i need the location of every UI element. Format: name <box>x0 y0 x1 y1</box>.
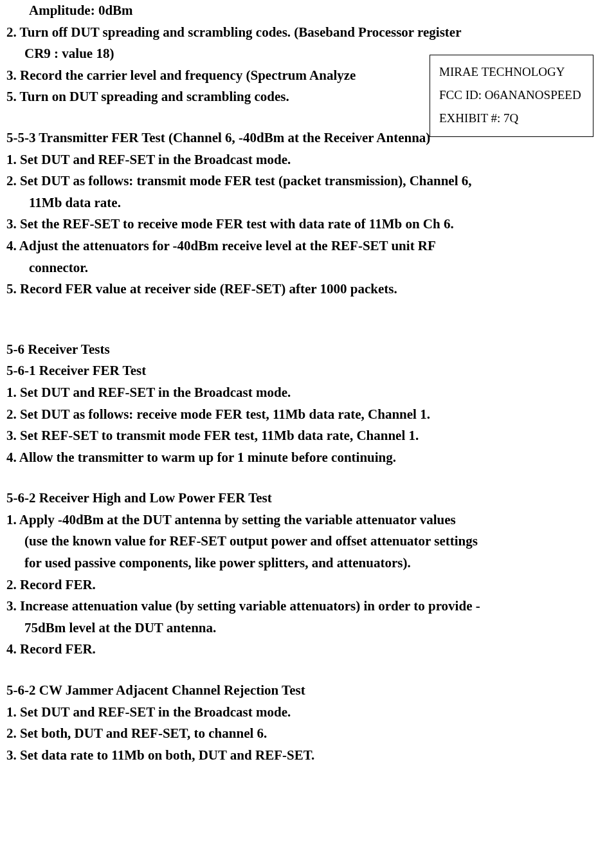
s553-item-4a: 4. Adjust the attenuators for -40dBm rec… <box>6 235 610 257</box>
s562b-item-2: 2. Set both, DUT and REF-SET, to channel… <box>6 723 610 745</box>
s561-item-2: 2. Set DUT as follows: receive mode FER … <box>6 404 610 426</box>
s562a-item-1c: for used passive components, like power … <box>6 552 610 574</box>
info-line-1: MIRAE TECHNOLOGY <box>439 60 584 84</box>
s553-item-2a: 2. Set DUT as follows: transmit mode FER… <box>6 170 610 192</box>
s553-item-1: 1. Set DUT and REF-SET in the Broadcast … <box>6 149 610 171</box>
s561-item-1: 1. Set DUT and REF-SET in the Broadcast … <box>6 382 610 404</box>
heading-5-6-1: 5-6-1 Receiver FER Test <box>6 360 610 382</box>
s553-item-2b: 11Mb data rate. <box>6 192 610 214</box>
s562a-item-4: 4. Record FER. <box>6 639 610 661</box>
top-item-2a: 2. Turn off DUT spreading and scrambling… <box>6 22 610 44</box>
s561-item-3: 3. Set REF-SET to transmit mode FER test… <box>6 425 610 447</box>
info-line-2: FCC ID: O6ANANOSPEED <box>439 84 584 107</box>
heading-5-6-2a: 5-6-2 Receiver High and Low Power FER Te… <box>6 488 610 509</box>
s553-item-3: 3. Set the REF-SET to receive mode FER t… <box>6 214 610 235</box>
s562a-item-3b: 75dBm level at the DUT antenna. <box>6 617 610 639</box>
s553-item-5: 5. Record FER value at receiver side (RE… <box>6 278 610 300</box>
s562a-item-3a: 3. Increase attenuation value (by settin… <box>6 596 610 617</box>
info-box: MIRAE TECHNOLOGY FCC ID: O6ANANOSPEED EX… <box>430 55 593 137</box>
amplitude-line: Amplitude: 0dBm <box>6 0 610 22</box>
s562a-item-1b: (use the known value for REF-SET output … <box>6 531 610 552</box>
info-line-3: EXHIBIT #: 7Q <box>439 107 584 130</box>
s553-item-4b: connector. <box>6 257 610 279</box>
heading-5-6-2b: 5-6-2 CW Jammer Adjacent Channel Rejecti… <box>6 680 610 702</box>
s561-item-4: 4. Allow the transmitter to warm up for … <box>6 447 610 469</box>
s562a-item-2: 2. Record FER. <box>6 574 610 596</box>
s562a-item-1a: 1. Apply -40dBm at the DUT antenna by se… <box>6 509 610 531</box>
s562b-item-1: 1. Set DUT and REF-SET in the Broadcast … <box>6 702 610 724</box>
heading-5-6: 5-6 Receiver Tests <box>6 339 610 361</box>
s562b-item-3: 3. Set data rate to 11Mb on both, DUT an… <box>6 745 610 767</box>
